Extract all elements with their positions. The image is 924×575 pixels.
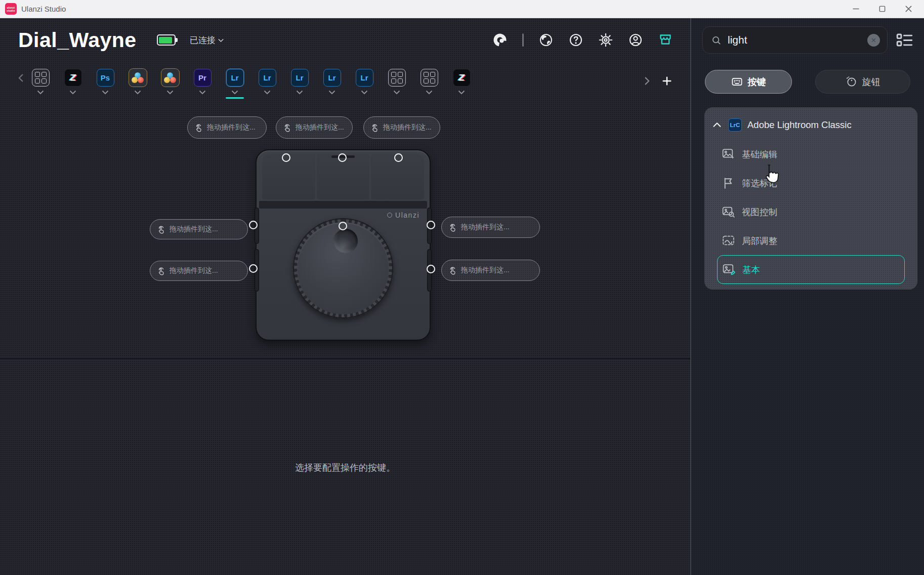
tab-keys[interactable]: 按键 (705, 70, 792, 94)
keypad-icon (731, 76, 743, 88)
key-anchor-left-1[interactable] (249, 221, 258, 229)
app-tab-adobe-10[interactable]: Lr (323, 69, 341, 99)
drop-zone-left-1[interactable]: 拖动插件到这... (150, 219, 248, 239)
tap-gesture-icon (448, 266, 457, 275)
chevron-down-icon[interactable] (458, 90, 465, 95)
adobe-app-icon: Pr (194, 69, 212, 87)
app-tab-capcut-2[interactable]: Z (64, 69, 82, 99)
davinci-app-icon (129, 69, 147, 87)
drop-zone-right-1[interactable]: 拖动插件到这... (441, 217, 540, 238)
chevron-down-icon[interactable] (231, 90, 238, 95)
tab-keys-label: 按键 (748, 76, 766, 88)
close-button[interactable] (902, 3, 915, 16)
app-tab-grid-12[interactable] (388, 69, 406, 99)
clear-search-button[interactable] (867, 34, 880, 47)
app-window: ulanzi studio Ulanzi Studio Dial_Wayne 已… (0, 0, 924, 575)
chevron-down-icon[interactable] (134, 90, 141, 95)
language-globe-icon[interactable] (538, 32, 554, 48)
search-row (702, 26, 913, 54)
key-anchor-right-2[interactable] (427, 265, 435, 273)
device-dial-knob[interactable] (293, 218, 393, 318)
app-tab-adobe-7[interactable]: Lr (226, 69, 244, 99)
key-anchor-top-3[interactable] (394, 153, 403, 162)
key-anchor-top-2[interactable] (338, 153, 347, 162)
drop-zone-top-1[interactable]: 拖动插件到这... (187, 116, 267, 139)
app-tab-adobe-8[interactable]: Lr (258, 69, 276, 99)
app-tab-adobe-9[interactable]: Lr (290, 69, 309, 99)
settings-gear-icon[interactable] (598, 32, 613, 48)
plugin-items: 基础编辑 筛选标记 视图控制 局部调整 基本 (704, 140, 917, 284)
dial-anchor[interactable] (339, 222, 347, 230)
drop-zone-left-2[interactable]: 拖动插件到这... (150, 261, 248, 281)
plugin-item-img-edit[interactable]: 基本 (717, 255, 905, 284)
app-tab-capcut-14[interactable]: Z (452, 69, 471, 99)
chevron-down-icon[interactable] (296, 90, 303, 95)
plugin-item-img-settings[interactable]: 基础编辑 (704, 140, 917, 169)
app-tab-adobe-3[interactable]: Ps (96, 69, 114, 99)
knob-icon (846, 76, 857, 88)
drop-zone-right-2[interactable]: 拖动插件到这... (441, 260, 540, 281)
chevron-down-icon[interactable] (102, 90, 109, 95)
grid-app-icon (32, 69, 50, 87)
tab-knob[interactable]: 旋钮 (815, 70, 910, 94)
connection-status-dropdown[interactable]: 已连接 (190, 34, 225, 46)
app-tab-grid-13[interactable] (420, 69, 438, 99)
drop-zone-top-3[interactable]: 拖动插件到这... (363, 116, 440, 139)
key-anchor-left-2[interactable] (249, 264, 258, 273)
chevron-down-icon[interactable] (328, 90, 335, 95)
drop-zone-label: 拖动插件到这... (170, 266, 218, 275)
active-tab-underline (323, 97, 341, 99)
header-separator (522, 33, 524, 47)
maximize-button[interactable] (875, 3, 889, 16)
chevron-down-icon[interactable] (264, 90, 271, 95)
connection-status-label: 已连接 (190, 34, 216, 46)
chevron-down-icon[interactable] (199, 90, 206, 95)
key-anchor-top-1[interactable] (282, 153, 290, 162)
add-app-button[interactable] (661, 72, 673, 90)
device-workspace: 拖动插件到这... 拖动插件到这... 拖动插件到这... 拖动插件到这... … (0, 104, 690, 575)
drop-zone-label: 拖动插件到这... (461, 223, 510, 232)
chevron-down-icon[interactable] (37, 90, 44, 95)
drop-zone-label: 拖动插件到这... (170, 225, 218, 234)
chevron-down-icon[interactable] (426, 90, 433, 95)
ulanzi-logo-icon[interactable] (492, 32, 508, 48)
app-tabs: ZPsPrLrLrLrLrLrZ (31, 69, 471, 99)
tap-gesture-icon (283, 123, 291, 133)
app-tab-davinci-4[interactable] (129, 69, 147, 99)
plugin-group-header[interactable]: LrC Adobe Lightroom Classic (704, 107, 917, 140)
plugin-store-icon[interactable] (658, 32, 673, 48)
grid-app-icon (421, 69, 438, 87)
app-tab-davinci-5[interactable] (161, 69, 179, 99)
tap-gesture-icon (157, 266, 165, 276)
chevron-down-icon[interactable] (361, 90, 368, 95)
minimize-button[interactable] (849, 3, 862, 16)
chevron-down-icon[interactable] (69, 90, 76, 95)
collapse-chevron-icon[interactable] (711, 119, 723, 131)
app-tab-grid-1[interactable] (31, 69, 50, 99)
list-view-icon[interactable] (896, 33, 913, 48)
tap-gesture-icon (370, 123, 379, 133)
key-anchor-right-1[interactable] (427, 221, 435, 229)
chevron-down-icon (217, 36, 225, 45)
scroll-right-button[interactable] (641, 72, 653, 90)
drop-zone-label: 拖动插件到这... (461, 266, 510, 275)
account-icon[interactable] (628, 32, 643, 48)
drop-zone-top-2[interactable]: 拖动插件到这... (276, 116, 353, 139)
help-icon[interactable] (568, 32, 583, 48)
search-input[interactable] (728, 34, 867, 46)
adobe-app-icon: Lr (259, 69, 276, 87)
dial-device: Ulanzi (256, 149, 431, 341)
plugin-item-img-adjust[interactable]: 局部调整 (704, 226, 917, 255)
device-brand: Ulanzi (387, 211, 419, 219)
plugin-item-flag[interactable]: 筛选标记 (704, 169, 917, 197)
plugin-item-icon (722, 205, 735, 219)
main-header: Dial_Wayne 已连接 (0, 18, 690, 62)
plugin-item-img-search[interactable]: 视图控制 (704, 197, 917, 226)
app-tab-adobe-11[interactable]: Lr (355, 69, 373, 99)
chevron-down-icon[interactable] (393, 90, 400, 95)
adobe-app-icon: Lr (291, 69, 309, 87)
app-tab-adobe-6[interactable]: Pr (193, 69, 212, 99)
active-tab-underline (355, 97, 373, 99)
chevron-down-icon[interactable] (166, 90, 174, 95)
scroll-left-button[interactable] (15, 69, 27, 87)
